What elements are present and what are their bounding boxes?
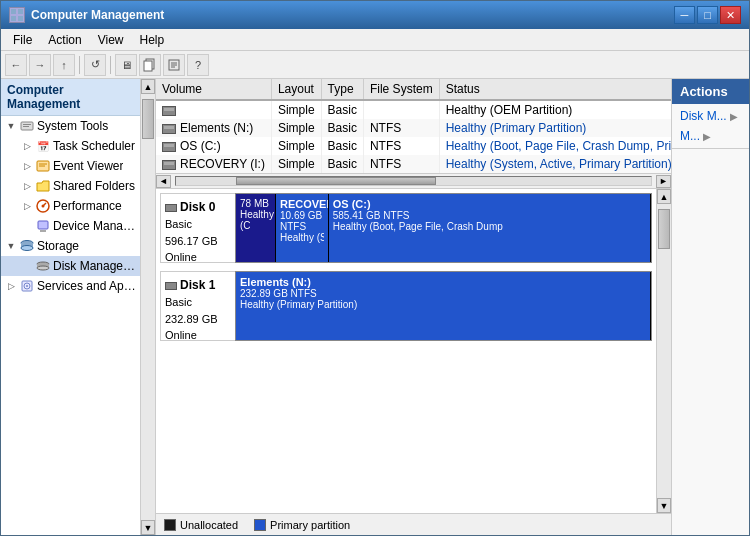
expand-icon-empty [21,220,33,232]
disk-type: Basic [165,216,231,233]
menu-view[interactable]: View [90,31,132,49]
cell-type: Basic [321,100,363,119]
table-row[interactable]: RECOVERY (I:) Simple Basic NTFS Healthy … [156,155,671,173]
toolbar-forward[interactable]: → [29,54,51,76]
sidebar-scroll-track[interactable] [141,94,155,520]
expand-icon: ▼ [5,120,17,132]
disk-visual[interactable]: Elements (N:)232.89 GB NTFSHealthy (Prim… [235,271,652,341]
system-tools-icon [19,118,35,134]
svg-point-25 [37,266,49,270]
cell-layout: Simple [271,137,321,155]
sidebar-item-system-tools[interactable]: ▼ System Tools [1,116,140,136]
col-filesystem[interactable]: File System [363,79,439,100]
toolbar-properties[interactable] [163,54,185,76]
hscroll-right[interactable]: ► [656,175,671,188]
disk-unallocated[interactable]: 78 MBHealthy (C [236,194,276,262]
toolbar-up[interactable]: ↑ [53,54,75,76]
sidebar: Computer Management ▼ System Tools ▷ 📅 T… [1,79,140,535]
menu-file[interactable]: File [5,31,40,49]
cell-status: Healthy (OEM Partition) [439,100,671,119]
sidebar-item-disk-management[interactable]: Disk Management [1,256,140,276]
device-manager-icon [35,218,51,234]
menubar: File Action View Help [1,29,749,51]
cell-type: Basic [321,155,363,173]
disk-partition[interactable]: OS (C:)585.41 GB NTFSHealthy (Boot, Page… [329,194,651,262]
cell-filesystem: NTFS [363,155,439,173]
expand-icon: ▷ [21,160,33,172]
sidebar-item-storage[interactable]: ▼ Storage [1,236,140,256]
disk-scroll-track[interactable] [657,204,671,498]
svg-rect-5 [144,61,152,71]
hscroll-left[interactable]: ◄ [156,175,171,188]
sidebar-item-task-scheduler[interactable]: ▷ 📅 Task Scheduler [1,136,140,156]
table-row[interactable]: OS (C:) Simple Basic NTFS Healthy (Boot,… [156,137,671,155]
sidebar-title[interactable]: Computer Management [1,79,140,116]
sidebar-item-device-manager[interactable]: Device Manager [1,216,140,236]
cell-status: Healthy (Primary Partition) [439,119,671,137]
menu-action[interactable]: Action [40,31,89,49]
sidebar-label-services: Services and Applicat [37,279,136,293]
col-layout[interactable]: Layout [271,79,321,100]
sidebar-label-task-scheduler: Task Scheduler [53,139,135,153]
toolbar: ← → ↑ ↺ 🖥 ? [1,51,749,79]
svg-rect-19 [40,230,46,232]
svg-rect-1 [18,9,23,14]
svg-point-17 [42,205,45,208]
expand-icon: ▷ [21,180,33,192]
main-window: Computer Management ─ □ ✕ File Action Vi… [0,0,750,536]
toolbar-computer[interactable]: 🖥 [115,54,137,76]
cell-filesystem [363,100,439,119]
actions-title: Actions [672,79,749,104]
sidebar-scroll-down[interactable]: ▼ [141,520,155,535]
disk-partition[interactable]: RECOVERY (I:)10.69 GB NTFSHealthy (Syste… [276,194,329,262]
action-disk-mgmt[interactable]: Disk M... ▶ [672,106,749,126]
expand-icon: ▷ [21,200,33,212]
col-status[interactable]: Status [439,79,671,100]
col-type[interactable]: Type [321,79,363,100]
disk-scroll-down[interactable]: ▼ [657,498,671,513]
hscroll-track[interactable] [175,176,652,186]
svg-point-22 [21,246,33,251]
actions-panel: Actions Disk M... ▶ M... ▶ [671,79,749,535]
legend-primary: Primary partition [254,519,350,531]
col-volume[interactable]: Volume [156,79,271,100]
hscroll-thumb[interactable] [236,177,436,185]
expand-icon: ▷ [21,140,33,152]
sidebar-item-event-viewer[interactable]: ▷ Event Viewer [1,156,140,176]
window-controls: ─ □ ✕ [674,6,741,24]
disk-scroll-up[interactable]: ▲ [657,189,671,204]
table-hscrollbar[interactable]: ◄ ► [156,173,671,188]
toolbar-back[interactable]: ← [5,54,27,76]
part-label: OS (C:) [333,198,646,210]
disk-scroll-thumb[interactable] [658,209,670,249]
volume-table-scroll[interactable]: Volume Layout Type File System Status Si… [156,79,671,173]
table-row[interactable]: Simple Basic Healthy (OEM Partition) [156,100,671,119]
volume-table-container: Volume Layout Type File System Status Si… [156,79,671,189]
sidebar-item-services[interactable]: ▷ Services and Applicat [1,276,140,296]
disk-type: Basic [165,294,231,311]
menu-help[interactable]: Help [132,31,173,49]
sidebar-item-performance[interactable]: ▷ Performance [1,196,140,216]
action-arrow-1: ▶ [730,111,738,122]
sidebar-item-shared-folders[interactable]: ▷ Shared Folders [1,176,140,196]
disk-visual[interactable]: 78 MBHealthy (CRECOVERY (I:)10.69 GB NTF… [235,193,652,263]
close-button[interactable]: ✕ [720,6,741,24]
disk-entry: Disk 0 Basic 596.17 GB Online 78 MBHealt… [160,193,652,263]
disk-entry: Disk 1 Basic 232.89 GB Online Elements (… [160,271,652,341]
toolbar-refresh[interactable]: ↺ [84,54,106,76]
toolbar-copy[interactable] [139,54,161,76]
toolbar-help[interactable]: ? [187,54,209,76]
table-row[interactable]: Elements (N:) Simple Basic NTFS Healthy … [156,119,671,137]
services-icon [19,278,35,294]
disk-name: Disk 0 [165,198,231,216]
disk-partition[interactable]: Elements (N:)232.89 GB NTFSHealthy (Prim… [236,272,651,340]
minimize-button[interactable]: ─ [674,6,695,24]
maximize-button[interactable]: □ [697,6,718,24]
disk-name: Disk 1 [165,276,231,294]
svg-rect-18 [38,221,48,229]
sidebar-scroll-thumb[interactable] [142,99,154,139]
action-more[interactable]: M... ▶ [672,126,749,146]
part-label: RECOVERY (I:) [280,198,324,210]
disk-vscrollbar: ▲ ▼ [656,189,671,513]
sidebar-scroll-up[interactable]: ▲ [141,79,155,94]
